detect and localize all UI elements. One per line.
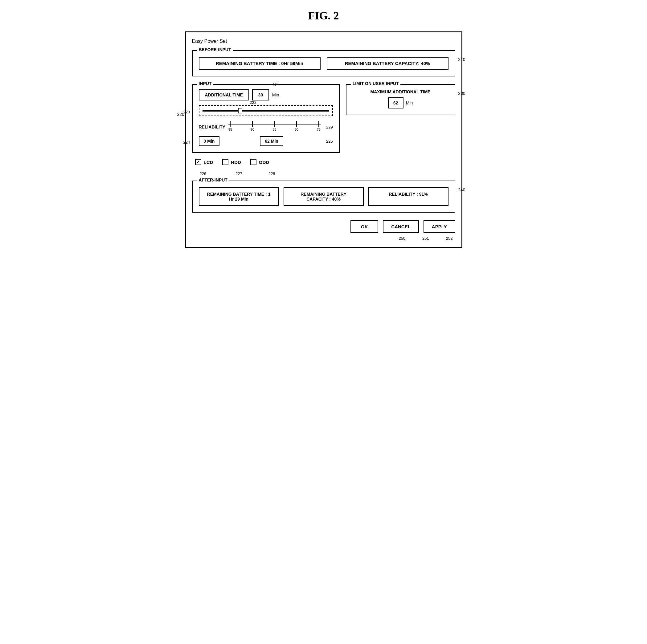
limit-unit-label: Min: [406, 100, 413, 105]
unit-min-label: Min: [272, 92, 279, 97]
limit-value-box: 62: [388, 97, 404, 108]
ref-240: 240: [458, 187, 465, 192]
hdd-label: HDD: [231, 160, 241, 165]
remaining-battery-capacity-after: REMAINING BATTERY CAPACITY : 40%: [284, 187, 364, 206]
after-input-label: AFTER-INPUT: [197, 177, 229, 182]
ref-227: 227: [235, 171, 242, 176]
reliability-label: RELIABILITY: [199, 125, 225, 130]
scale-tick-90: 90: [250, 121, 254, 131]
odd-label: ODD: [259, 160, 269, 165]
ref-251: 251: [422, 236, 429, 241]
before-input-label: BEFORE-INPUT: [197, 47, 233, 52]
page-figure-title: FIG. 2: [308, 9, 339, 22]
limit-section: LIMIT ON USER INPUT MAXIMUM ADDITIONAL T…: [346, 84, 455, 115]
scale-tick-85: 85: [273, 121, 276, 131]
slider-thumb[interactable]: [238, 108, 242, 113]
ref-224: 224: [184, 140, 190, 145]
min-box-62: 62 Min: [260, 136, 283, 146]
ref-220: 220: [177, 112, 184, 117]
ref-221: 221: [273, 83, 279, 87]
input-label: INPUT: [197, 81, 213, 86]
ref-229: 229: [326, 125, 333, 130]
remaining-battery-time-before: REMAINING BATTERY TIME : 0Hr 59Min: [199, 57, 320, 70]
ref-228: 228: [269, 171, 275, 176]
ref-222: 222: [250, 100, 257, 105]
lcd-checkbox-item[interactable]: ✓ LCD: [195, 159, 213, 165]
lcd-label: LCD: [204, 160, 213, 165]
apply-button[interactable]: APPLY: [424, 220, 455, 233]
ref-252: 252: [446, 236, 453, 241]
scale-tick-75: 75: [317, 121, 320, 131]
scale-tick-95: 95: [228, 121, 232, 131]
tick-label-85: 85: [273, 128, 276, 131]
window-title: Easy Power Set: [192, 38, 455, 44]
additional-time-label-box: ADDITIONAL TIME: [199, 89, 249, 100]
tick-label-95: 95: [228, 128, 232, 131]
ref-210: 210: [458, 57, 465, 62]
ref-250: 250: [399, 236, 405, 241]
slider-track: [203, 110, 329, 111]
ref-225: 225: [326, 139, 333, 144]
tick-label-75: 75: [317, 128, 320, 131]
tick-label-80: 80: [295, 128, 298, 131]
input-section: INPUT 221 ADDITIONAL TIME 30 Min 223 222: [192, 84, 340, 153]
hdd-checkbox[interactable]: [222, 159, 228, 165]
slider-container: 222: [199, 105, 333, 116]
ref-230: 230: [458, 91, 465, 96]
hdd-checkbox-item[interactable]: HDD: [222, 159, 241, 165]
ok-button[interactable]: OK: [351, 220, 378, 233]
remaining-battery-capacity-before: REMAINING BATTERY CAPACITY: 40%: [327, 57, 448, 70]
odd-checkbox-item[interactable]: ODD: [250, 159, 269, 165]
limit-text: MAXIMUM ADDITIONAL TIME: [370, 89, 430, 94]
limit-label: LIMIT ON USER INPUT: [351, 81, 401, 86]
reliability-after: RELIABILITY : 91%: [368, 187, 448, 206]
reliability-scale: 95 90 85 80: [228, 121, 320, 133]
min-box-0: 0 Min: [199, 136, 220, 146]
odd-checkbox[interactable]: [250, 159, 257, 165]
before-input-section: BEFORE-INPUT REMAINING BATTERY TIME : 0H…: [192, 50, 455, 76]
ref-226: 226: [200, 171, 207, 176]
checkboxes-row: ✓ LCD HDD ODD: [192, 159, 455, 165]
remaining-battery-time-after: REMAINING BATTERY TIME : 1 Hr 29 Min: [199, 187, 279, 206]
cancel-button[interactable]: CANCEL: [383, 220, 419, 233]
scale-tick-80: 80: [295, 121, 298, 131]
buttons-row: OK CANCEL APPLY: [192, 220, 455, 233]
additional-time-value-box[interactable]: 30: [252, 89, 269, 100]
main-window: Easy Power Set BEFORE-INPUT REMAINING BA…: [185, 31, 462, 248]
lcd-checkbox[interactable]: ✓: [195, 159, 201, 165]
tick-label-90: 90: [250, 128, 254, 131]
after-input-section: AFTER-INPUT REMAINING BATTERY TIME : 1 H…: [192, 180, 455, 213]
